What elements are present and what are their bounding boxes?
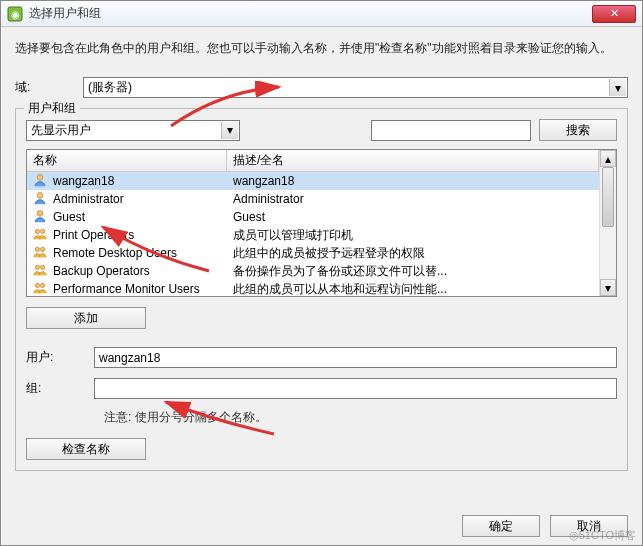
group-icon [33,227,47,244]
row-desc: 备份操作员为了备份或还原文件可以替... [227,263,599,280]
ok-button[interactable]: 确定 [462,515,540,537]
instruction-text: 选择要包含在此角色中的用户和组。您也可以手动输入名称，并使用"检查名称"功能对照… [15,39,628,57]
row-name: Backup Operators [53,264,150,278]
row-desc: Guest [227,210,599,224]
filter-dropdown[interactable]: 先显示用户 ▾ [26,120,240,141]
dialog-window: ◉ 选择用户和组 ✕ 选择要包含在此角色中的用户和组。您也可以手动输入名称，并使… [0,0,643,546]
user-label: 用户: [26,349,94,366]
table-row[interactable]: Remote Desktop Users此组中的成员被授予远程登录的权限 [27,244,599,262]
svg-point-6 [41,229,45,233]
svg-point-7 [35,247,39,251]
list-header: 名称 描述/全名 [27,150,599,172]
scroll-up-icon[interactable]: ▴ [600,150,616,167]
user-value: wangzan18 [99,351,160,365]
row-desc: 此组中的成员被授予远程登录的权限 [227,245,599,262]
close-icon: ✕ [610,7,619,20]
table-row[interactable]: GuestGuest [27,208,599,226]
svg-point-11 [35,283,39,287]
chevron-down-icon: ▾ [609,79,626,96]
svg-point-10 [41,265,45,269]
vertical-scrollbar[interactable]: ▴ ▾ [599,150,616,296]
app-icon: ◉ [7,6,23,22]
domain-value: (服务器) [88,79,132,96]
svg-point-5 [35,229,39,233]
close-button[interactable]: ✕ [592,5,636,23]
add-button[interactable]: 添加 [26,307,146,329]
domain-dropdown[interactable]: (服务器) ▾ [83,77,628,98]
row-name: Administrator [53,192,124,206]
row-desc: Administrator [227,192,599,206]
svg-text:◉: ◉ [11,9,20,20]
row-name: Guest [53,210,85,224]
list-rows: wangzan18wangzan18AdministratorAdministr… [27,172,599,296]
group-row: 组: [26,378,617,399]
domain-row: 域: (服务器) ▾ [15,77,628,98]
row-desc: 成员可以管理域打印机 [227,227,599,244]
svg-point-4 [37,210,43,216]
svg-point-12 [41,283,45,287]
table-row[interactable]: AdministratorAdministrator [27,190,599,208]
column-header-name[interactable]: 名称 [27,150,227,171]
svg-point-3 [37,192,43,198]
table-row[interactable]: Backup Operators备份操作员为了备份或还原文件可以替... [27,262,599,280]
add-row: 添加 [26,307,617,329]
row-name: Remote Desktop Users [53,246,177,260]
user-icon [33,173,47,190]
column-header-desc[interactable]: 描述/全名 [227,150,599,171]
row-desc: 此组的成员可以从本地和远程访问性能... [227,281,599,297]
group-label: 组: [26,380,94,397]
group-icon [33,281,47,297]
svg-point-8 [41,247,45,251]
watermark-text: ◎51CTO博客 [569,528,636,543]
filter-value: 先显示用户 [31,122,91,139]
row-name: Performance Monitor Users [53,282,200,296]
row-name: wangzan18 [53,174,114,188]
table-row[interactable]: wangzan18wangzan18 [27,172,599,190]
group-icon [33,245,47,262]
user-input[interactable]: wangzan18 [94,347,617,368]
users-groups-fieldset: 用户和组 先显示用户 ▾ 搜索 名称 描述/全名 [15,108,628,471]
scroll-down-icon[interactable]: ▾ [600,279,616,296]
users-list: 名称 描述/全名 wangzan18wangzan18Administrator… [26,149,617,297]
search-row: 先显示用户 ▾ 搜索 [26,119,617,141]
group-input[interactable] [94,378,617,399]
chevron-down-icon: ▾ [221,122,238,139]
user-icon [33,191,47,208]
group-icon [33,263,47,280]
table-row[interactable]: Print Operators成员可以管理域打印机 [27,226,599,244]
svg-point-9 [35,265,39,269]
row-name: Print Operators [53,228,134,242]
svg-point-2 [37,174,43,180]
search-button[interactable]: 搜索 [539,119,617,141]
check-names-button[interactable]: 检查名称 [26,438,146,460]
user-icon [33,209,47,226]
search-input[interactable] [371,120,531,141]
content-area: 选择要包含在此角色中的用户和组。您也可以手动输入名称，并使用"检查名称"功能对照… [1,27,642,479]
fieldset-legend: 用户和组 [24,100,80,117]
note-text: 注意: 使用分号分隔多个名称。 [26,409,617,426]
table-row[interactable]: Performance Monitor Users此组的成员可以从本地和远程访问… [27,280,599,296]
domain-label: 域: [15,79,83,96]
row-desc: wangzan18 [227,174,599,188]
scroll-thumb[interactable] [602,167,614,227]
titlebar: ◉ 选择用户和组 ✕ [1,1,642,27]
user-row: 用户: wangzan18 [26,347,617,368]
window-title: 选择用户和组 [29,5,101,22]
